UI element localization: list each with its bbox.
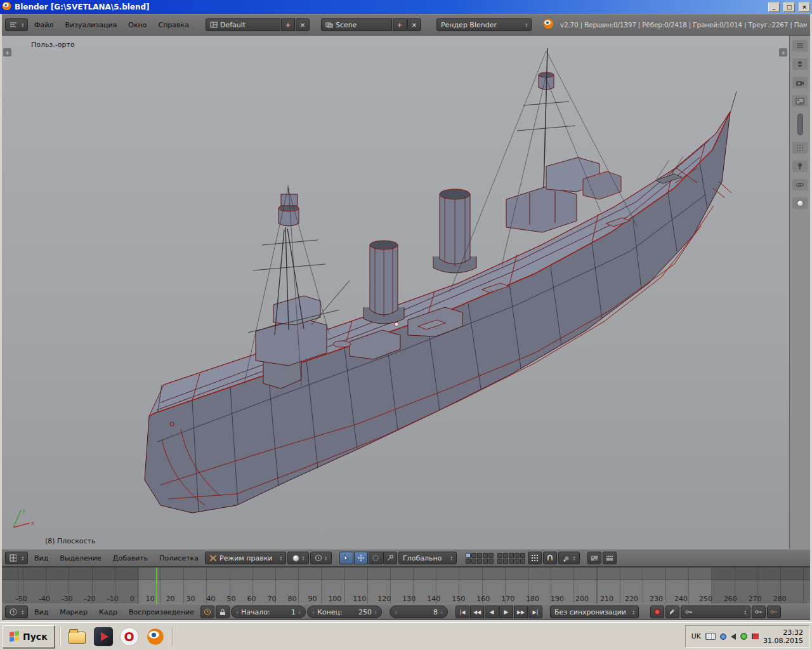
layer-toggle[interactable] xyxy=(483,559,488,564)
panel-pin-icon[interactable] xyxy=(792,161,808,172)
render-opengl-button[interactable] xyxy=(587,552,601,564)
play-button[interactable]: ▶ xyxy=(499,606,513,618)
layer-buttons-group2[interactable] xyxy=(497,553,525,564)
pivot-selector[interactable] xyxy=(310,552,332,564)
add-layout-button[interactable]: + xyxy=(281,18,295,31)
region-toggle-left[interactable] xyxy=(3,48,11,56)
auto-key-mode-button[interactable] xyxy=(665,606,679,618)
layer-toggle[interactable] xyxy=(477,559,482,564)
menu-tl-playback[interactable]: Воспроизведение xyxy=(124,607,199,618)
layer-toggle[interactable] xyxy=(466,553,471,558)
shading-selector[interactable] xyxy=(287,552,309,564)
snap-toggle[interactable] xyxy=(543,552,557,564)
menu-vp-mesh[interactable]: Полисетка xyxy=(154,553,204,564)
insert-keyframe-button[interactable] xyxy=(752,606,766,618)
menu-tl-marker[interactable]: Маркер xyxy=(55,607,93,618)
tray-volume-icon[interactable] xyxy=(731,633,736,640)
current-frame-field[interactable]: 8 xyxy=(390,606,448,618)
tray-network-icon[interactable] xyxy=(720,633,726,640)
add-scene-button[interactable]: + xyxy=(393,18,407,31)
language-indicator[interactable]: UK xyxy=(691,632,701,640)
layer-toggle[interactable] xyxy=(514,553,520,558)
remove-scene-button[interactable]: × xyxy=(407,18,421,31)
tray-flag-icon[interactable] xyxy=(752,633,759,639)
record-button[interactable] xyxy=(650,606,664,618)
layer-toggle[interactable] xyxy=(483,553,488,558)
panel-sphere-icon[interactable] xyxy=(792,197,808,209)
menu-help[interactable]: Справка xyxy=(153,20,193,30)
editor-type-timeline-button[interactable] xyxy=(5,606,28,618)
jump-to-start-button[interactable]: |◀ xyxy=(455,606,469,618)
panel-grid-icon[interactable] xyxy=(792,142,808,154)
panel-arrows-icon[interactable] xyxy=(792,58,808,70)
scene-selector[interactable]: Scene xyxy=(321,18,392,31)
quicklaunch-opera-icon[interactable] xyxy=(118,625,141,648)
end-frame-field[interactable]: Конец:250 xyxy=(307,606,382,618)
menu-tl-frame[interactable]: Кадр xyxy=(94,607,122,618)
sync-mode-selector[interactable]: Без синхронизации xyxy=(550,606,639,618)
minimize-button[interactable]: _ xyxy=(768,3,780,12)
menu-render[interactable]: Визуализация xyxy=(60,20,122,30)
layer-toggle[interactable] xyxy=(497,559,502,564)
layer-toggle[interactable] xyxy=(477,553,482,558)
lock-toggle[interactable] xyxy=(216,606,230,618)
viewport-3d[interactable]: Польз.-орто (8) Плоскость x y xyxy=(2,36,789,549)
layer-toggle[interactable] xyxy=(509,559,514,564)
remove-layout-button[interactable]: × xyxy=(296,18,310,31)
editor-type-3dview-button[interactable] xyxy=(5,552,28,564)
menu-tl-view[interactable]: Вид xyxy=(29,607,53,618)
delete-keyframe-button[interactable] xyxy=(767,606,781,618)
scale-manipulator[interactable] xyxy=(383,552,397,564)
render-opengl-anim-button[interactable] xyxy=(603,552,617,564)
menu-vp-view[interactable]: Вид xyxy=(29,553,53,564)
panel-scrollbar[interactable] xyxy=(797,114,803,135)
layer-toggle[interactable] xyxy=(471,553,476,558)
panel-link-icon[interactable] xyxy=(792,179,808,190)
jump-to-end-button[interactable]: ▶| xyxy=(528,606,542,618)
quicklaunch-folder-icon[interactable] xyxy=(66,625,89,648)
screen-layout-selector[interactable]: Default xyxy=(206,18,280,31)
menu-vp-add[interactable]: Добавить xyxy=(108,553,153,564)
panel-camera-icon[interactable] xyxy=(792,77,808,88)
quicklaunch-blender-icon[interactable] xyxy=(144,625,167,648)
keying-set-selector[interactable] xyxy=(681,606,750,618)
panel-menu-icon[interactable] xyxy=(792,40,808,51)
layer-toggle[interactable] xyxy=(488,559,494,564)
close-button[interactable]: × xyxy=(799,3,810,12)
tray-antivirus-icon[interactable] xyxy=(740,633,747,640)
panel-image-icon[interactable] xyxy=(792,95,808,107)
layer-toggle[interactable] xyxy=(497,553,502,558)
manipulator-toggle[interactable] xyxy=(339,552,353,564)
orientation-selector[interactable]: Глобально xyxy=(398,552,457,564)
menu-file[interactable]: Файл xyxy=(29,20,58,30)
render-engine-selector[interactable]: Рендер Blender xyxy=(436,18,532,31)
rotate-manipulator[interactable] xyxy=(369,552,383,564)
layer-toggle[interactable] xyxy=(466,559,471,564)
layer-toggle[interactable] xyxy=(509,553,514,558)
layer-toggle[interactable] xyxy=(471,559,476,564)
menu-vp-select[interactable]: Выделение xyxy=(55,553,107,564)
layer-buttons-group1[interactable] xyxy=(466,553,494,564)
menu-window[interactable]: Окно xyxy=(123,20,152,30)
start-button[interactable]: Пуск xyxy=(3,625,55,648)
preview-range-toggle[interactable] xyxy=(200,606,214,618)
layer-toggle[interactable] xyxy=(503,553,508,558)
quicklaunch-media-app-icon[interactable] xyxy=(92,625,115,648)
layer-toggle[interactable] xyxy=(520,553,525,558)
translate-manipulator[interactable] xyxy=(354,552,368,564)
layer-toggle[interactable] xyxy=(488,553,494,558)
layer-toggle[interactable] xyxy=(503,559,508,564)
timeline-area[interactable]: -50-40-30-20-100102030405060708090100110… xyxy=(2,567,810,604)
snap-element-selector[interactable] xyxy=(558,552,580,564)
tray-keyboard-icon[interactable] xyxy=(705,633,716,640)
mode-selector[interactable]: Режим правки xyxy=(205,552,286,564)
maximize-button[interactable]: □ xyxy=(783,3,795,12)
lock-camera-toggle[interactable] xyxy=(528,552,542,564)
region-toggle-right[interactable] xyxy=(779,48,787,56)
prev-keyframe-button[interactable]: ◀◀ xyxy=(470,606,484,618)
editor-type-info-button[interactable] xyxy=(5,18,28,31)
layer-toggle[interactable] xyxy=(520,559,525,564)
next-keyframe-button[interactable]: ▶▶ xyxy=(514,606,528,618)
start-frame-field[interactable]: Начало:1 xyxy=(231,606,306,618)
layer-toggle[interactable] xyxy=(514,559,520,564)
